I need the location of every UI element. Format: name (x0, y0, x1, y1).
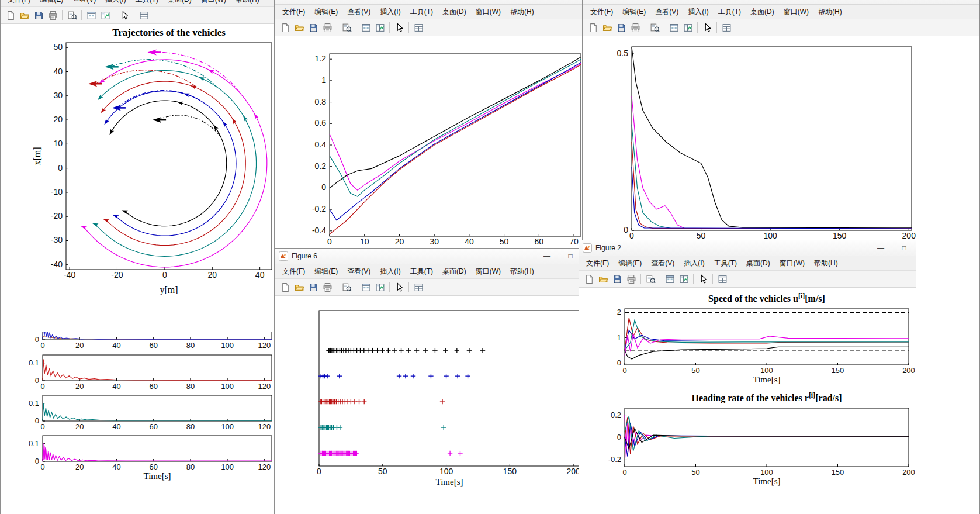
menu-item[interactable]: 工具(T) (714, 5, 746, 19)
cursor-icon[interactable] (696, 272, 710, 286)
cursor-icon[interactable] (392, 280, 406, 294)
titlebar[interactable] (275, 0, 582, 5)
menu-item[interactable]: 插入(I) (375, 5, 405, 19)
figure-palette-icon[interactable] (663, 272, 677, 286)
menu-item[interactable]: 工具(T) (406, 5, 438, 19)
menu-item[interactable]: 文件(F) (278, 5, 310, 19)
menu-item[interactable]: 编辑(E) (310, 264, 342, 278)
menu-item[interactable]: 工具(T) (131, 0, 163, 6)
save-icon[interactable] (614, 20, 628, 35)
figure-palette-icon[interactable] (667, 20, 681, 35)
menu-item[interactable]: 文件(F) (586, 5, 618, 19)
menu-item[interactable]: 编辑(E) (35, 0, 68, 6)
new-doc-icon[interactable] (4, 8, 18, 22)
cursor-icon[interactable] (700, 20, 714, 35)
menu-item[interactable]: 窗口(W) (471, 264, 505, 278)
menu-item[interactable]: 文件(F) (3, 0, 35, 6)
menu-item[interactable]: 查看(V) (646, 256, 679, 270)
menu-item[interactable]: 窗口(W) (471, 5, 505, 19)
property-editor-icon[interactable] (411, 20, 425, 35)
menu-item[interactable]: 查看(V) (68, 0, 101, 6)
menu-item[interactable]: 桌面(D) (438, 264, 471, 278)
print-preview-icon[interactable] (647, 20, 662, 35)
menu-item[interactable]: 工具(T) (709, 256, 742, 270)
open-folder-icon[interactable] (292, 20, 306, 35)
menu-item[interactable]: 窗口(W) (775, 256, 809, 270)
menu-item[interactable]: 插入(I) (375, 264, 405, 278)
print-preview-icon[interactable] (340, 20, 354, 35)
open-folder-icon[interactable] (596, 272, 610, 286)
svg-text:0: 0 (35, 416, 39, 425)
plot-browser-icon[interactable] (98, 8, 112, 22)
svg-text:60: 60 (149, 463, 157, 471)
print-preview-icon[interactable] (340, 280, 354, 294)
print-icon[interactable] (46, 8, 60, 22)
titlebar[interactable] (583, 0, 979, 5)
menu-item[interactable]: 桌面(D) (746, 5, 779, 19)
print-icon[interactable] (320, 20, 334, 35)
menu-item[interactable]: 编辑(E) (310, 5, 342, 19)
open-folder-icon[interactable] (292, 280, 306, 294)
menu-item[interactable]: 桌面(D) (163, 0, 196, 6)
menu-item[interactable]: 文件(F) (581, 256, 614, 270)
save-icon[interactable] (306, 280, 320, 294)
menu-item[interactable]: 帮助(H) (813, 5, 847, 19)
svg-text:50: 50 (500, 237, 509, 246)
plot-browser-icon[interactable] (681, 20, 695, 35)
menu-item[interactable]: 窗口(W) (779, 5, 813, 19)
menu-item[interactable]: 编辑(E) (618, 5, 650, 19)
window-trajectories: 文件(F)编辑(E)查看(V)插入(I)工具(T)桌面(D)窗口(W)帮助(H)… (0, 0, 275, 301)
menu-item[interactable]: 帮助(H) (505, 264, 539, 278)
titlebar[interactable]: Figure 2 — □ (579, 240, 916, 256)
open-folder-icon[interactable] (600, 20, 614, 35)
figure-palette-icon[interactable] (359, 280, 373, 294)
menu-item[interactable]: 查看(V) (342, 264, 375, 278)
save-icon[interactable] (32, 8, 46, 22)
menu-item[interactable]: 查看(V) (342, 5, 375, 19)
property-editor-icon[interactable] (719, 20, 733, 35)
property-editor-icon[interactable] (411, 280, 425, 294)
plot-browser-icon[interactable] (373, 280, 387, 294)
menu-item[interactable]: 编辑(E) (614, 256, 646, 270)
menu-item[interactable]: 文件(F) (278, 264, 310, 278)
figure-palette-icon[interactable] (359, 20, 373, 35)
print-preview-icon[interactable] (65, 8, 79, 22)
menu-item[interactable]: 查看(V) (650, 5, 683, 19)
maximize-button[interactable]: □ (892, 241, 916, 256)
plot-browser-icon[interactable] (373, 20, 387, 35)
menu-item[interactable]: 窗口(W) (196, 0, 231, 6)
titlebar[interactable]: Figure 6 — □ (275, 249, 582, 264)
menu-item[interactable]: 插入(I) (679, 256, 709, 270)
print-icon[interactable] (320, 280, 334, 294)
property-editor-icon[interactable] (137, 8, 151, 22)
minimize-button[interactable]: — (535, 249, 559, 264)
menu-item[interactable]: 桌面(D) (438, 5, 471, 19)
new-doc-icon[interactable] (278, 20, 292, 35)
menu-item[interactable]: 桌面(D) (742, 256, 775, 270)
figure-palette-icon[interactable] (84, 8, 98, 22)
save-icon[interactable] (610, 272, 624, 286)
property-editor-icon[interactable] (715, 272, 729, 286)
menu-item[interactable]: 帮助(H) (231, 0, 264, 6)
svg-text:Time[s]: Time[s] (436, 477, 463, 487)
print-icon[interactable] (628, 20, 642, 35)
save-icon[interactable] (306, 20, 320, 35)
cursor-icon[interactable] (117, 8, 131, 22)
print-icon[interactable] (624, 272, 638, 286)
new-doc-icon[interactable] (582, 272, 596, 286)
svg-text:-0.4: -0.4 (312, 226, 326, 235)
toolbar-separator (356, 282, 356, 292)
menu-item[interactable]: 插入(I) (101, 0, 130, 6)
menu-item[interactable]: 帮助(H) (809, 256, 843, 270)
menu-item[interactable]: 帮助(H) (505, 5, 539, 19)
open-folder-icon[interactable] (18, 8, 32, 22)
new-doc-icon[interactable] (278, 280, 292, 294)
cursor-icon[interactable] (392, 20, 406, 35)
print-preview-icon[interactable] (643, 272, 657, 286)
menu-item[interactable]: 插入(I) (683, 5, 713, 19)
plot-browser-icon[interactable] (677, 272, 691, 286)
new-doc-icon[interactable] (586, 20, 600, 35)
minimize-button[interactable]: — (869, 241, 892, 256)
menu-item[interactable]: 工具(T) (406, 264, 438, 278)
figure-toolbar (275, 279, 582, 296)
